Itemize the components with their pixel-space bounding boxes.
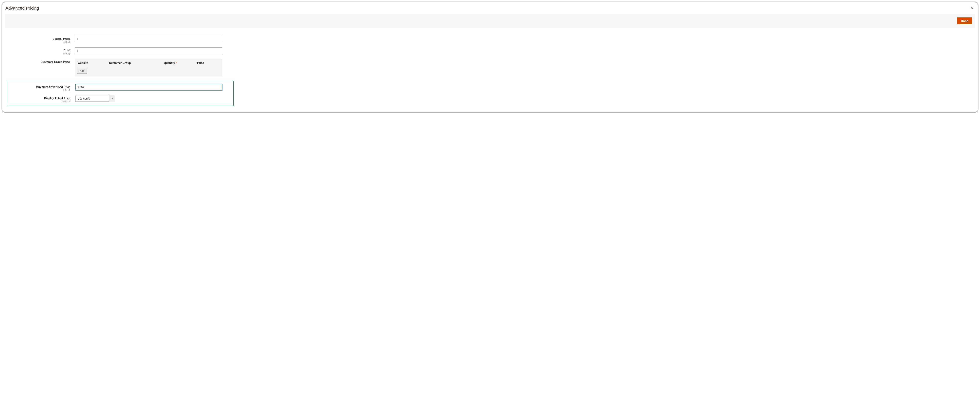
row-special-price: Special Price [global] $	[7, 36, 973, 43]
currency-input-wrap: $	[75, 84, 223, 91]
row-display-actual-price: Display Actual Price [website] Use confi…	[7, 95, 234, 102]
row-customer-group-price: Customer Group Price Website Customer Gr…	[7, 59, 973, 76]
label-cost: Cost [global]	[7, 48, 75, 55]
label-text: Cost	[64, 49, 70, 52]
label-scope: [global]	[7, 52, 70, 55]
currency-input-wrap: $	[75, 36, 222, 42]
min-advertised-price-input[interactable]	[75, 84, 223, 91]
group-price-actions: Add	[75, 67, 222, 76]
group-price-header: Website Customer Group Quantity* Price	[75, 59, 222, 67]
col-quantity-label: Quantity	[164, 61, 175, 65]
highlighted-section: Minimum Advertised Price [global] $ Disp…	[7, 81, 234, 106]
special-price-input[interactable]	[75, 36, 222, 42]
label-text: Customer Group Price	[41, 60, 70, 64]
label-customer-group-price: Customer Group Price	[7, 59, 75, 64]
close-icon	[970, 6, 974, 10]
label-text: Display Actual Price	[44, 97, 70, 100]
select-wrap: Use config	[75, 95, 115, 102]
label-scope: [website]	[7, 100, 70, 102]
modal-toolbar: Done	[5, 14, 975, 28]
label-scope: [global]	[7, 89, 70, 91]
row-min-advertised-price: Minimum Advertised Price [global] $	[7, 84, 234, 91]
modal-title: Advanced Pricing	[5, 6, 39, 11]
group-price-panel: Website Customer Group Quantity* Price A…	[75, 59, 222, 76]
control-display-actual-price: Use config	[75, 95, 223, 102]
required-star-icon: *	[176, 61, 177, 65]
col-customer-group: Customer Group	[109, 61, 164, 65]
label-text: Minimum Advertised Price	[36, 86, 70, 89]
label-text: Special Price	[53, 37, 70, 40]
col-price: Price	[197, 61, 219, 65]
control-special-price: $	[75, 36, 222, 42]
label-special-price: Special Price [global]	[7, 36, 75, 43]
modal-header: Advanced Pricing	[5, 4, 975, 14]
close-button[interactable]	[969, 5, 975, 11]
control-min-advertised-price: $	[75, 84, 223, 91]
control-customer-group-price: Website Customer Group Quantity* Price A…	[75, 59, 222, 76]
display-actual-price-select[interactable]: Use config	[75, 95, 115, 102]
col-website: Website	[78, 61, 109, 65]
form-body: Special Price [global] $ Cost [global] $	[5, 28, 975, 106]
currency-input-wrap: $	[75, 48, 222, 54]
done-button[interactable]: Done	[957, 17, 972, 24]
label-display-actual-price: Display Actual Price [website]	[7, 95, 75, 102]
label-scope: [global]	[7, 41, 70, 43]
add-group-price-button[interactable]: Add	[77, 68, 87, 74]
col-quantity: Quantity*	[164, 61, 197, 65]
label-min-advertised-price: Minimum Advertised Price [global]	[7, 84, 75, 91]
control-cost: $	[75, 48, 222, 54]
cost-input[interactable]	[75, 48, 222, 54]
advanced-pricing-modal: Advanced Pricing Done Special Price [glo…	[2, 2, 978, 113]
row-cost: Cost [global] $	[7, 48, 973, 55]
